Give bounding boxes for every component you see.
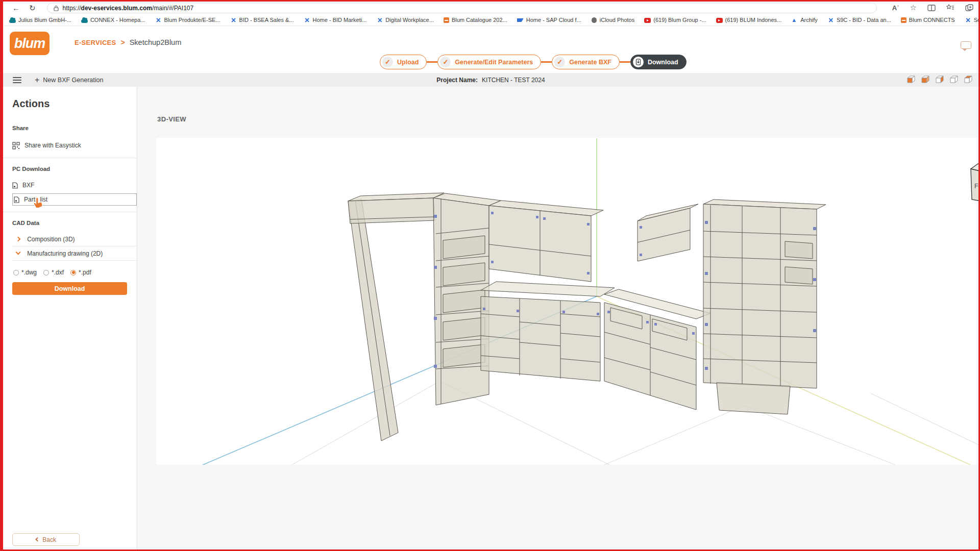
browser-action-icons: Aʾ ☆ (892, 3, 973, 12)
bookmark[interactable]: Home - SAP Cloud f... (517, 17, 581, 23)
step-connector (427, 61, 437, 63)
chevron-left-icon (35, 537, 40, 542)
file-icon (12, 182, 18, 189)
pc-download-section-label: PC Download (12, 166, 137, 172)
project-name: Project Name:KITCHEN - TEST 2024 (436, 77, 545, 84)
bookmark[interactable]: Digital Workplace... (376, 17, 434, 23)
url-bar[interactable]: https://dev-eservices.blum.com/main/#/PA… (47, 3, 877, 13)
read-aloud-icon[interactable]: Aʾ (892, 4, 899, 12)
breadcrumb-current: Sketchup2Blum (130, 38, 182, 46)
bookmark[interactable]: SoMe content (BAU... (965, 17, 978, 23)
new-bxf-generation-button[interactable]: + New BXF Generation (35, 76, 103, 85)
blum-x-icon (376, 17, 383, 23)
collections-icon[interactable] (946, 4, 954, 11)
chevron-right-icon (16, 236, 21, 241)
split-screen-icon[interactable] (927, 5, 936, 11)
step-connector (620, 61, 630, 63)
view-cube-buttons (906, 74, 978, 85)
radio-selected-icon (70, 270, 76, 276)
radio-icon (13, 270, 19, 276)
blum-x-icon (230, 17, 237, 23)
3d-viewport[interactable]: Fr (156, 138, 978, 465)
3d-scene: Fr (156, 138, 978, 465)
share-with-easystick-button[interactable]: Share with Easystick (12, 139, 137, 152)
favorite-star-icon[interactable]: ☆ (910, 3, 917, 12)
breadcrumb-separator: > (121, 38, 125, 46)
parts-list-download-item[interactable]: Parts list (12, 193, 137, 206)
radio-icon (43, 270, 49, 276)
cabinet-top-band (348, 193, 444, 223)
sidebar-title: Actions (12, 98, 137, 110)
view-title: 3D-VIEW (157, 115, 186, 123)
format-dwg-radio[interactable]: *.dwg (13, 269, 37, 276)
step-generate-edit-parameters[interactable]: ✓ Generate/Edit Parameters (437, 55, 541, 69)
blum-logo[interactable]: blum (10, 32, 50, 55)
url-text: https://dev-eservices.blum.com/main/#/PA… (63, 5, 194, 12)
project-toolbar: + New BXF Generation Project Name:KITCHE… (3, 73, 978, 87)
cabinet-open-door (348, 199, 398, 441)
workflow-stepper: ✓ Upload ✓ Generate/Edit Parameters ✓ Ge… (380, 55, 687, 69)
sap-icon (517, 17, 524, 23)
bookmarks-bar: Julius Blum GmbH-... CONNEX - Homepa... … (3, 14, 978, 26)
step-connector (541, 61, 552, 63)
back-button[interactable]: Back (12, 533, 80, 546)
browser-back-icon[interactable]: ← (12, 4, 20, 12)
bookmark[interactable]: S9C - BID - Data an... (827, 17, 891, 23)
catalogue-icon (444, 17, 449, 23)
cabinet-upper-wall-run (489, 201, 603, 282)
bookmark[interactable]: Blum Produkte/E-SE... (155, 17, 220, 23)
bookmark[interactable]: Blum CONNECTS (901, 17, 955, 23)
view-back-icon[interactable] (977, 74, 978, 85)
bookmark[interactable]: Archify (791, 17, 818, 23)
blum-x-icon (827, 17, 834, 23)
step-generate-bxf[interactable]: ✓ Generate BXF (552, 55, 620, 69)
step-download[interactable]: Download (630, 55, 687, 69)
navigation-viewcube[interactable]: Fr (971, 164, 978, 202)
lock-icon (54, 5, 59, 11)
format-options: *.dwg *.dxf *.pdf (13, 269, 137, 276)
youtube-icon (644, 18, 651, 23)
format-pdf-radio[interactable]: *.pdf (70, 269, 91, 276)
bookmark[interactable]: iCloud Photos (591, 17, 635, 23)
bxf-download-item[interactable]: BXF (12, 179, 137, 191)
bookmark[interactable]: Julius Blum GmbH-... (9, 17, 71, 23)
format-dxf-radio[interactable]: *.dxf (43, 269, 64, 276)
manufacturing-drawing-2d-item[interactable]: Manufacturing drawing (2D) (12, 246, 137, 261)
step-upload[interactable]: ✓ Upload (380, 55, 427, 69)
view-side-icon[interactable] (935, 74, 945, 85)
browser-refresh-icon[interactable]: ↻ (29, 4, 36, 13)
download-step-icon (633, 57, 644, 67)
bookmark[interactable]: CONNEX - Homepa... (81, 17, 145, 23)
cloud-icon (9, 19, 16, 23)
blum-x-icon (965, 17, 971, 23)
connects-icon (901, 17, 906, 23)
check-icon: ✓ (382, 57, 393, 67)
qr-code-icon (12, 142, 20, 149)
file-icon (14, 196, 19, 203)
view-front-right-icon[interactable] (920, 74, 931, 85)
screen-frame: ← ↻ https://dev-eservices.blum.com/main/… (0, 0, 980, 551)
bookmark[interactable]: Blum Catalogue 202... (444, 17, 507, 23)
breadcrumb-eservices[interactable]: E-SERVICES (75, 39, 116, 46)
bookmark[interactable]: (619) Blum Group -... (644, 17, 706, 23)
bookmark[interactable]: (619) BLUM Indones... (716, 17, 782, 23)
actions-sidebar: Actions Share Share with Easystick PC Do… (3, 87, 137, 549)
chat-bubble-icon[interactable] (961, 41, 971, 49)
chevron-down-icon (16, 250, 21, 255)
view-iso-icon[interactable] (949, 74, 960, 85)
apple-icon (592, 17, 597, 23)
cabinet-upper-right-small (638, 204, 698, 261)
profile-icon[interactable] (965, 4, 973, 11)
bookmark[interactable]: BID - BSEA Sales &... (230, 17, 294, 23)
blum-x-icon (304, 17, 310, 23)
main-content: 3D-VIEW (138, 87, 978, 549)
view-front-icon[interactable] (906, 74, 917, 85)
composition-3d-item[interactable]: Composition (3D) (12, 232, 137, 246)
plus-icon: + (35, 76, 39, 85)
check-icon: ✓ (554, 57, 565, 67)
menu-icon[interactable] (13, 76, 21, 85)
bookmark[interactable]: Home - BID Marketi... (304, 17, 367, 23)
breadcrumb: E-SERVICES > Sketchup2Blum (75, 38, 181, 46)
view-top-icon[interactable] (963, 74, 974, 85)
download-button[interactable]: Download (12, 282, 127, 295)
